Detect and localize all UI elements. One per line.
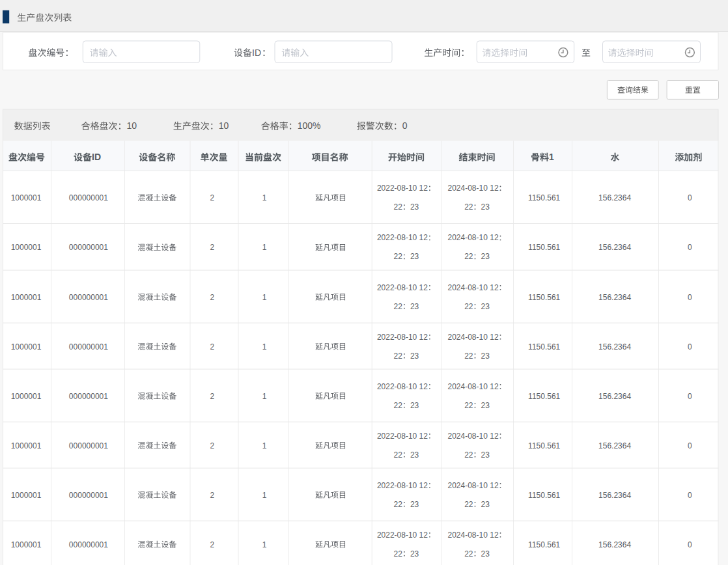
svg-text:ID: ID [92,152,101,162]
svg-text:10: 10 [127,120,137,131]
svg-text:ID: ID [252,48,261,58]
svg-text:1: 1 [549,152,554,162]
svg-text:10: 10 [219,120,229,131]
svg-text:100%: 100% [298,120,321,131]
svg-text:0: 0 [402,120,408,131]
